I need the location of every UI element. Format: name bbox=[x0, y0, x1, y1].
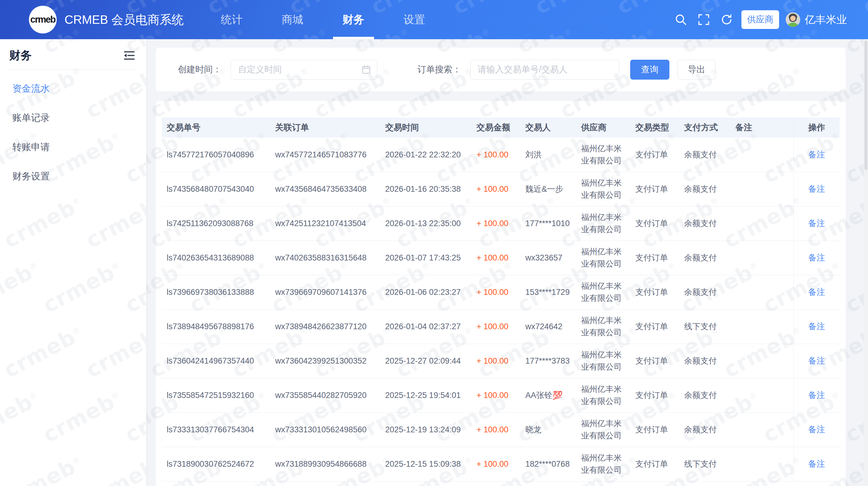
cell-type: 支付订单 bbox=[633, 413, 682, 447]
cell-trader: wx724642 bbox=[523, 309, 579, 344]
watermark-text: crmeb® bbox=[492, 22, 579, 39]
cell-related_no: wx743568464735633408 bbox=[273, 172, 383, 206]
cell-time: 2026-01-22 22:32:20 bbox=[383, 138, 474, 172]
nav-tab-finance[interactable]: 财务 bbox=[333, 0, 374, 39]
order-search-filter: 订单搜索： bbox=[417, 60, 619, 80]
supplier-role-badge[interactable]: 供应商 bbox=[741, 10, 779, 29]
cell-supplier: 福州亿丰米业有限公司 bbox=[579, 138, 633, 172]
fullscreen-icon[interactable] bbox=[697, 13, 711, 27]
remark-link[interactable]: 备注 bbox=[808, 150, 825, 159]
table-row: ls738948495678898176wx738948426623877120… bbox=[162, 309, 840, 344]
watermark-text: crmeb® bbox=[146, 61, 151, 123]
cell-pay: 余额支付 bbox=[682, 275, 733, 309]
calendar-icon[interactable] bbox=[361, 65, 371, 74]
cell-amount: + 100.00 bbox=[474, 275, 523, 309]
column-header-remark: 备注 bbox=[733, 118, 794, 138]
column-header-pay: 支付方式 bbox=[682, 118, 733, 138]
column-header-related_no: 关联订单 bbox=[273, 118, 383, 138]
cell-type: 支付订单 bbox=[633, 241, 682, 275]
cell-related_no: wx739669709607141376 bbox=[273, 275, 383, 309]
remark-link[interactable]: 备注 bbox=[808, 356, 825, 365]
export-button[interactable]: 导出 bbox=[678, 60, 715, 80]
order-search-input-wrap bbox=[470, 60, 619, 80]
sidebar-item-transfer-request[interactable]: 转账申请 bbox=[0, 132, 146, 161]
table-row: ls736042414967357440wx736042399251300352… bbox=[162, 344, 840, 378]
sidebar-collapse-icon[interactable] bbox=[123, 50, 136, 61]
watermark-text: crmeb® bbox=[859, 0, 868, 19]
finance-sidebar: 财务 资金流水 账单记录 转账申请 财务设置 bbox=[0, 39, 146, 486]
cell-pay: 余额支付 bbox=[682, 344, 733, 378]
sidebar-title: 财务 bbox=[9, 50, 32, 61]
cell-order_no: ls731890030762524672 bbox=[162, 447, 273, 481]
cell-action: 备注 bbox=[794, 378, 840, 413]
filter-bar: 创建时间： 订单搜索： 查询 导出 bbox=[156, 48, 846, 91]
column-header-time: 交易时间 bbox=[383, 118, 474, 138]
cell-amount: + 100.00 bbox=[474, 172, 523, 206]
fund-flow-table-card: 交易单号关联订单交易时间交易金额交易人供应商交易类型支付方式备注操作 ls745… bbox=[156, 101, 846, 486]
table-row: ls745772176057040896wx745772146571083776… bbox=[162, 138, 840, 172]
watermark-text: crmeb® bbox=[449, 0, 536, 19]
cell-time: 2026-01-13 22:35:00 bbox=[383, 206, 474, 241]
cell-trader: 刘洪 bbox=[523, 138, 579, 172]
sidebar-item-fund-flow[interactable]: 资金流水 bbox=[0, 74, 146, 103]
sidebar-item-bill-records[interactable]: 账单记录 bbox=[0, 103, 146, 132]
nav-tab-statistics[interactable]: 统计 bbox=[211, 0, 252, 39]
search-icon[interactable] bbox=[674, 13, 688, 27]
watermark-text: crmeb® bbox=[146, 450, 151, 486]
remark-link[interactable]: 备注 bbox=[808, 287, 825, 297]
remark-link[interactable]: 备注 bbox=[808, 390, 825, 400]
cell-action: 备注 bbox=[794, 309, 840, 344]
cell-trader: AA张铨💯 bbox=[523, 378, 579, 413]
cell-remark bbox=[733, 206, 794, 241]
cell-action: 备注 bbox=[794, 413, 840, 447]
cell-pay: 余额支付 bbox=[682, 206, 733, 241]
username-text[interactable]: 亿丰米业 bbox=[805, 13, 847, 27]
cell-order_no: ls745772176057040896 bbox=[162, 138, 273, 172]
cell-pay: 余额支付 bbox=[682, 172, 733, 206]
cell-related_no: wx738948426623877120 bbox=[273, 309, 383, 344]
cell-time: 2025-12-15 15:09:38 bbox=[383, 447, 474, 481]
remark-link[interactable]: 备注 bbox=[808, 425, 825, 434]
sidebar-item-finance-settings[interactable]: 财务设置 bbox=[0, 161, 146, 191]
refresh-icon[interactable] bbox=[720, 13, 734, 27]
fund-flow-table: 交易单号关联订单交易时间交易金额交易人供应商交易类型支付方式备注操作 ls745… bbox=[162, 118, 840, 482]
cell-remark bbox=[733, 447, 794, 481]
page-scrollbar-thumb[interactable] bbox=[864, 40, 867, 170]
page-scrollbar[interactable] bbox=[864, 39, 868, 486]
cell-amount: + 100.00 bbox=[474, 138, 523, 172]
cell-related_no: wx731889930954866688 bbox=[273, 447, 383, 481]
cell-supplier: 福州亿丰米业有限公司 bbox=[579, 206, 633, 241]
cell-trader: 153****1729 bbox=[523, 275, 579, 309]
table-header-row: 交易单号关联订单交易时间交易金额交易人供应商交易类型支付方式备注操作 bbox=[162, 118, 840, 138]
cell-pay: 线下支付 bbox=[682, 447, 733, 481]
navbar-right-cluster: 供应商 亿丰米业 bbox=[665, 0, 847, 39]
sidebar-menu: 资金流水 账单记录 转账申请 财务设置 bbox=[0, 70, 146, 191]
nav-tab-settings[interactable]: 设置 bbox=[394, 0, 435, 39]
table-row: ls735585472515932160wx735585440282705920… bbox=[162, 378, 840, 413]
cell-type: 支付订单 bbox=[633, 447, 682, 481]
watermark-text: crmeb® bbox=[146, 321, 151, 383]
cell-remark bbox=[733, 309, 794, 344]
cell-action: 备注 bbox=[794, 447, 840, 481]
remark-link[interactable]: 备注 bbox=[808, 184, 825, 193]
query-button[interactable]: 查询 bbox=[630, 60, 670, 80]
cell-time: 2025-12-27 02:09:44 bbox=[383, 344, 474, 378]
order-search-input[interactable] bbox=[470, 60, 619, 79]
watermark-text: crmeb® bbox=[531, 0, 618, 19]
nav-tab-mall[interactable]: 商城 bbox=[272, 0, 313, 39]
cell-order_no: ls738948495678898176 bbox=[162, 309, 273, 344]
cell-action: 备注 bbox=[794, 241, 840, 275]
table-row: ls740263654313689088wx740263588316315648… bbox=[162, 241, 840, 275]
cell-pay: 余额支付 bbox=[682, 413, 733, 447]
cell-action: 备注 bbox=[794, 275, 840, 309]
cell-remark bbox=[733, 241, 794, 275]
date-range-input[interactable] bbox=[231, 60, 377, 79]
remark-link[interactable]: 备注 bbox=[808, 322, 825, 331]
cell-remark bbox=[733, 138, 794, 172]
remark-link[interactable]: 备注 bbox=[808, 219, 825, 228]
remark-link[interactable]: 备注 bbox=[808, 253, 825, 262]
user-avatar[interactable] bbox=[786, 12, 800, 27]
create-time-filter: 创建时间： bbox=[178, 60, 377, 80]
cell-amount: + 100.00 bbox=[474, 447, 523, 481]
remark-link[interactable]: 备注 bbox=[808, 459, 825, 468]
